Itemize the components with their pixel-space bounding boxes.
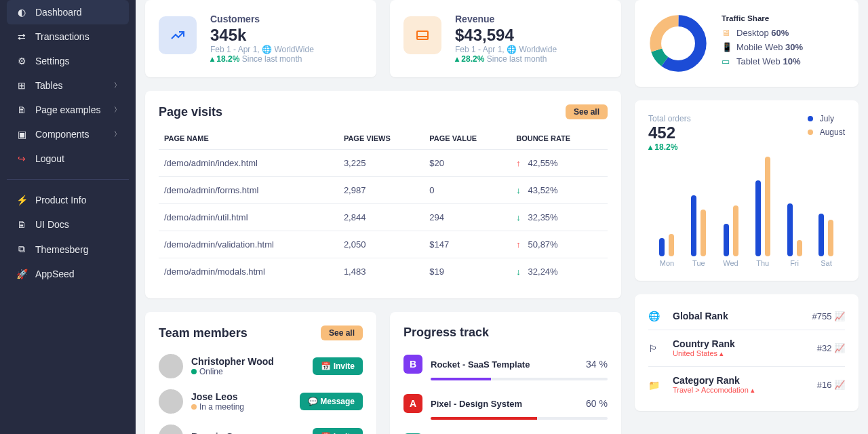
device-icon: 📱 — [722, 42, 732, 52]
sidebar-item-tables[interactable]: ⊞Tables〉 — [7, 73, 129, 98]
rank-sub: Travel > Accomodation ▴ — [673, 386, 755, 395]
chart-label: Tue — [692, 259, 705, 267]
components-icon: ▣ — [15, 129, 28, 140]
sidebar-item-settings[interactable]: ⚙Settings — [7, 49, 129, 73]
table-row[interactable]: /demo/admin/util.html2,844294↓ 32,35% — [159, 204, 608, 231]
page examples-icon: 🗎 — [15, 104, 28, 115]
chart-icon: 📈 — [834, 343, 845, 353]
rank-label: Country Rank — [673, 338, 735, 349]
progress-pct: 34 % — [586, 359, 608, 370]
rank-value: #32 📈 — [817, 343, 845, 353]
card-title: Team members — [159, 326, 248, 340]
sidebar-item-product-info[interactable]: ⚡Product Info — [7, 188, 129, 212]
rank-sub: United States ▴ — [673, 349, 735, 358]
sidebar: ◐Dashboard⇄Transactions⚙Settings⊞Tables〉… — [0, 0, 136, 434]
chevron-right-icon: 〉 — [114, 81, 121, 90]
traffic-item: ▭Tablet Web 10% — [722, 56, 803, 66]
member-name[interactable]: Bonnie Green — [191, 431, 304, 434]
arrow-down-icon: ↓ — [516, 185, 521, 195]
chart-icon: 📈 — [834, 380, 845, 390]
sidebar-item-dashboard[interactable]: ◐Dashboard — [7, 0, 129, 24]
page-visits-card: Page visits See all PAGE NAMEPAGE VIEWSP… — [145, 91, 621, 298]
invite-button[interactable]: 📅 Invite — [313, 357, 363, 375]
chart-label: Thu — [756, 259, 769, 267]
see-all-button[interactable]: See all — [321, 326, 363, 340]
ranks-card: 🌐Global Rank#755 📈🏳Country RankUnited St… — [635, 294, 859, 411]
message-button[interactable]: 💬 Message — [300, 393, 363, 410]
chart-label: Mon — [660, 259, 674, 267]
sidebar-item-label: Transactions — [35, 31, 90, 42]
traffic-share-card: Traffic Share 🖥Desktop 60%📱Mobile Web 30… — [635, 0, 859, 87]
sidebar-item-transactions[interactable]: ⇄Transactions — [7, 24, 129, 49]
sidebar-item-themesberg[interactable]: ⧉Themesberg — [7, 237, 129, 262]
chart-bar-group: Mon — [659, 155, 674, 267]
donut-chart — [648, 14, 708, 73]
chart-bar-group: Tue — [691, 155, 706, 267]
sidebar-item-appseed[interactable]: 🚀AppSeed — [7, 262, 129, 286]
sidebar-item-page-examples[interactable]: 🗎Page examples〉 — [7, 98, 129, 122]
sidebar-item-label: Page examples — [35, 104, 101, 115]
customers-card: Customers 345k Feb 1 - Apr 1, 🌐 WorldWid… — [145, 0, 376, 77]
rank-label: Category Rank — [673, 375, 755, 386]
progress-name[interactable]: Pixel - Design System — [431, 399, 578, 409]
chart-line-icon — [159, 16, 197, 54]
member-name[interactable]: Christopher Wood — [191, 356, 304, 367]
progress-pct: 60 % — [586, 398, 608, 409]
revenue-card: Revenue $43,594 Feb 1 - Apr 1, 🌐 Worldwi… — [390, 0, 621, 77]
sidebar-item-logout[interactable]: ↪Logout — [7, 146, 129, 171]
settings-icon: ⚙ — [15, 56, 28, 66]
see-all-button[interactable]: See all — [566, 104, 608, 119]
table-row[interactable]: /demo/admin/forms.html2,9870↓ 43,52% — [159, 177, 608, 204]
bar-july — [659, 238, 665, 256]
progress-name[interactable]: Rocket - SaaS Template — [431, 359, 578, 370]
progress-item: VSpaces - Listings Template45 % — [403, 427, 608, 434]
avatar[interactable] — [159, 354, 183, 378]
table-row[interactable]: /demo/admin/index.html3,225$20↑ 42,55% — [159, 150, 608, 177]
visits-table: PAGE NAMEPAGE VIEWSPAGE VALUEBOUNCE RATE… — [159, 127, 608, 285]
ui docs-icon: 🗎 — [15, 219, 28, 230]
table-header: PAGE NAME — [159, 127, 338, 150]
rank-icon: 🏳 — [648, 343, 665, 354]
bar-august — [765, 157, 770, 256]
rank-row[interactable]: 🏳Country RankUnited States ▴#32 📈 — [648, 330, 845, 367]
appseed-icon: 🚀 — [15, 269, 28, 279]
chart-label: Fri — [790, 259, 799, 267]
chart-bar-group: Thu — [755, 155, 770, 267]
kpi-title: Customers — [210, 14, 314, 24]
bar-july — [818, 214, 824, 256]
sidebar-item-label: Product Info — [35, 195, 87, 205]
avatar[interactable] — [159, 425, 183, 434]
rank-value: #755 📈 — [812, 311, 845, 321]
table-row[interactable]: /demo/admin/validation.html2,050$147↑ 50… — [159, 231, 608, 258]
chevron-right-icon: 〉 — [114, 105, 121, 115]
avatar[interactable] — [159, 389, 183, 414]
sidebar-item-label: Components — [35, 129, 89, 140]
team-member-row: Christopher WoodOnline📅 Invite — [159, 349, 363, 384]
chart-bar-group: Fri — [787, 155, 802, 267]
dashboard-icon: ◐ — [15, 7, 28, 18]
themesberg-icon: ⧉ — [15, 243, 28, 255]
rank-row[interactable]: 📁Category RankTravel > Accomodation ▴#16… — [648, 367, 845, 403]
traffic-item: 📱Mobile Web 30% — [722, 42, 803, 52]
team-members-card: Team members See all Christopher WoodOnl… — [145, 312, 376, 434]
content: Customers 345k Feb 1 - Apr 1, 🌐 WorldWid… — [136, 0, 868, 434]
brand-icon: A — [403, 394, 422, 413]
orders-value: 452 — [648, 123, 691, 142]
arrow-down-icon: ↓ — [516, 212, 521, 222]
sidebar-item-label: Themesberg — [35, 244, 89, 255]
sidebar-item-components[interactable]: ▣Components〉 — [7, 122, 129, 146]
rank-row[interactable]: 🌐Global Rank#755 📈 — [648, 302, 845, 330]
orders-chart: MonTueWedThuFriSat — [648, 152, 845, 267]
sidebar-item-ui-docs[interactable]: 🗎UI Docs — [7, 212, 129, 237]
table-header: PAGE VALUE — [424, 127, 511, 150]
arrow-up-icon: ↑ — [516, 239, 521, 250]
chevron-right-icon: 〉 — [114, 130, 121, 139]
arrow-up-icon: ↑ — [516, 158, 521, 168]
member-name[interactable]: Jose Leos — [191, 391, 292, 402]
bar-july — [787, 203, 793, 256]
card-title: Traffic Share — [722, 14, 803, 22]
invite-button[interactable]: 📅 Invite — [313, 428, 363, 434]
rank-label: Global Rank — [673, 311, 728, 321]
sidebar-item-label: UI Docs — [35, 219, 69, 230]
table-row[interactable]: /demo/admin/modals.html1,483$19↓ 32,24% — [159, 258, 608, 285]
